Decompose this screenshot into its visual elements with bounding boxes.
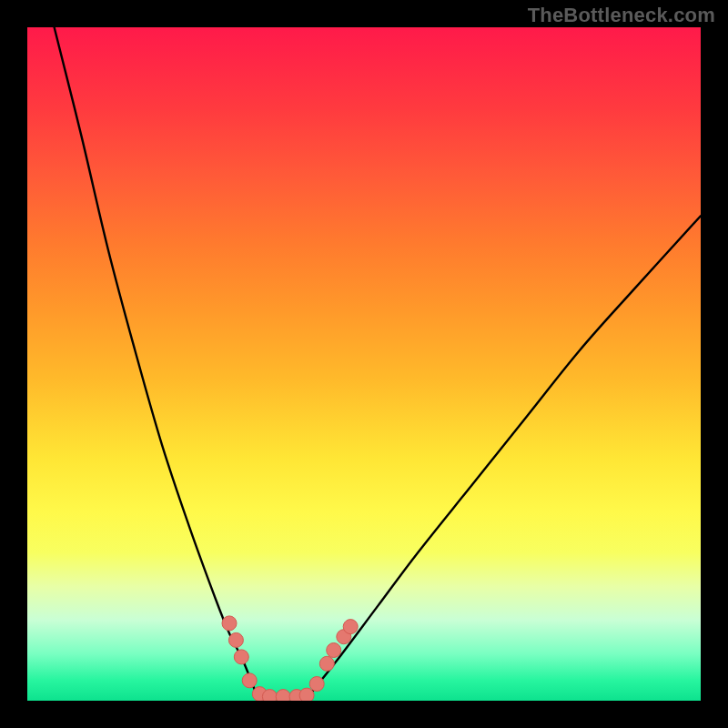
curve-group xyxy=(55,27,701,698)
chart-frame: TheBottleneck.com xyxy=(0,0,728,728)
curve-left-branch xyxy=(55,27,257,694)
chart-svg xyxy=(27,27,701,701)
curve-marker xyxy=(228,632,243,647)
plot-area xyxy=(27,27,701,701)
curve-marker xyxy=(343,620,358,634)
curve-marker xyxy=(276,690,290,701)
curve-right-branch xyxy=(310,216,701,693)
curve-marker xyxy=(242,673,257,688)
curve-marker xyxy=(299,688,314,701)
curve-marker xyxy=(319,656,334,671)
curve-marker xyxy=(222,616,237,631)
curve-marker xyxy=(234,650,248,664)
curve-marker xyxy=(309,677,324,692)
curve-marker xyxy=(327,643,341,658)
watermark-text: TheBottleneck.com xyxy=(528,4,715,27)
curve-marker xyxy=(262,690,277,701)
